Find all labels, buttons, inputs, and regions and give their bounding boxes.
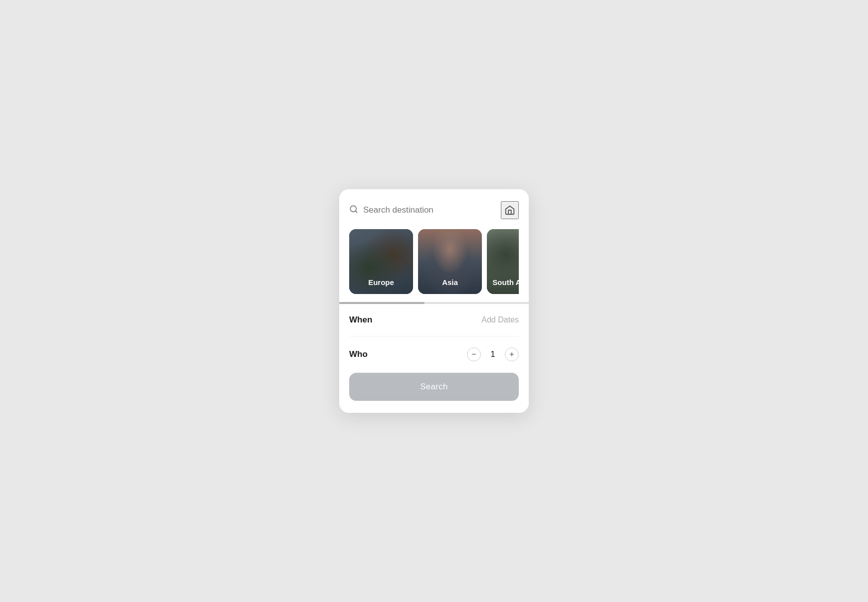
increment-icon: + xyxy=(509,350,514,358)
counter-value: 1 xyxy=(488,349,498,359)
home-icon xyxy=(504,205,515,216)
increment-button[interactable]: + xyxy=(505,347,519,361)
when-row: When Add Dates xyxy=(349,304,519,336)
who-row: Who − 1 + xyxy=(349,336,519,373)
south-america-label: South America xyxy=(487,278,519,288)
search-input[interactable] xyxy=(363,205,501,215)
destination-card-south-america[interactable]: South America xyxy=(487,229,519,294)
who-label: Who xyxy=(349,349,368,359)
search-button[interactable]: Search xyxy=(349,373,519,401)
when-value[interactable]: Add Dates xyxy=(481,315,519,324)
scroll-indicator xyxy=(339,302,529,304)
search-bar xyxy=(349,201,519,219)
search-icon xyxy=(349,205,358,216)
decrement-icon: − xyxy=(471,350,476,358)
svg-line-1 xyxy=(355,211,357,212)
decrement-button[interactable]: − xyxy=(467,347,481,361)
counter-wrapper: − 1 + xyxy=(467,347,519,361)
destinations-scroll: Europe Asia South America xyxy=(349,229,519,302)
bottom-section: When Add Dates Who − 1 + Search xyxy=(339,304,529,413)
scroll-indicator-bar xyxy=(339,302,425,304)
europe-label: Europe xyxy=(349,278,413,288)
asia-label: Asia xyxy=(418,278,482,288)
home-button[interactable] xyxy=(501,201,519,219)
destination-card-asia[interactable]: Asia xyxy=(418,229,482,294)
destination-card-europe[interactable]: Europe xyxy=(349,229,413,294)
top-section: Europe Asia South America xyxy=(339,189,529,302)
phone-card: Europe Asia South America When Add Dates xyxy=(339,189,529,413)
search-input-wrapper xyxy=(349,205,501,216)
when-label: When xyxy=(349,315,372,325)
